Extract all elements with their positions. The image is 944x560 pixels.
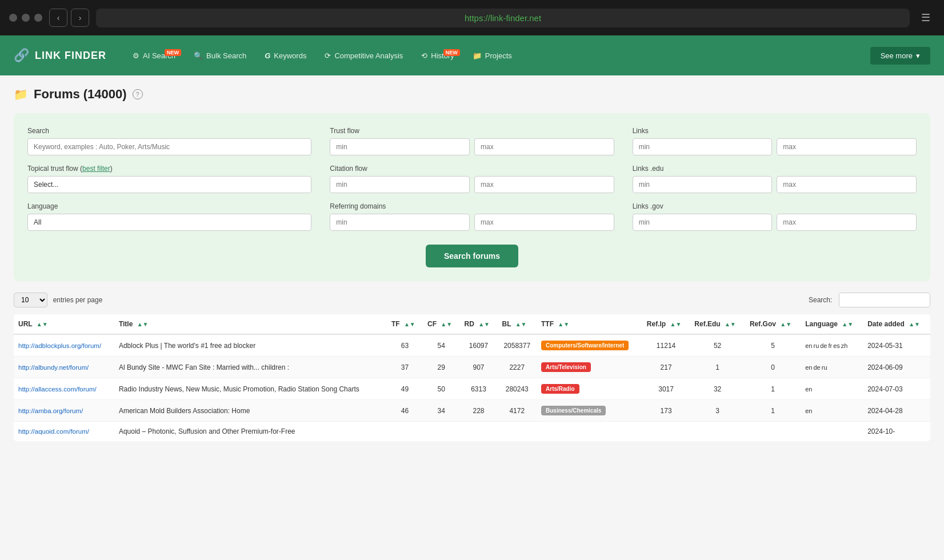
col-tf[interactable]: TF ▲▼ (387, 314, 423, 334)
cell-ttf: Arts/Radio (537, 378, 642, 400)
referring-domains-max[interactable] (474, 214, 614, 231)
cell-reflp (642, 422, 690, 442)
links-edu-max[interactable] (777, 176, 917, 193)
lang-item: en (805, 364, 812, 371)
links-gov-min[interactable] (633, 214, 773, 231)
col-rd[interactable]: RD ▲▼ (460, 314, 498, 334)
links-edu-min[interactable] (633, 176, 773, 193)
url-link[interactable]: http://aquoid.com/forum/ (18, 428, 89, 435)
cell-bl: 4172 (498, 400, 537, 422)
browser-url-bar[interactable] (96, 9, 910, 27)
cell-date: 2024-10- (863, 422, 930, 442)
cell-refedu: 52 (690, 334, 745, 357)
browser-dot-yellow (22, 14, 30, 22)
app-header: 🔗 LINK FINDER ⚙ AI Search new 🔍 Bulk Sea… (0, 35, 944, 75)
links-gov-label: Links .gov (633, 202, 917, 210)
table-search-input[interactable] (839, 293, 930, 307)
url-link[interactable]: http://adblockplus.org/forum/ (18, 342, 101, 349)
projects-icon: 📁 (473, 51, 482, 60)
url-link[interactable]: http://allaccess.com/forum/ (18, 386, 97, 393)
cell-url: http://amba.org/forum/ (14, 400, 114, 422)
language-input[interactable] (27, 214, 311, 231)
url-link[interactable]: http://amba.org/forum/ (18, 407, 83, 414)
links-field-group: Links (633, 127, 917, 155)
best-filter-link[interactable]: best filter (82, 165, 110, 173)
search-col-3: Links Links .edu Links .gov (633, 127, 917, 240)
links-gov-field-group: Links .gov (633, 202, 917, 231)
nav-keywords-label: Keywords (274, 51, 306, 60)
browser-dot-green (34, 14, 42, 22)
links-edu-row (633, 176, 917, 193)
col-refedu[interactable]: Ref.Edu ▲▼ (690, 314, 745, 334)
citation-flow-field-group: Citation flow (330, 165, 614, 193)
browser-dot-red (9, 14, 17, 22)
nav-ai-search[interactable]: ⚙ AI Search new (125, 47, 183, 65)
citation-flow-max[interactable] (474, 176, 614, 193)
cell-rd: 6313 (460, 378, 498, 400)
referring-domains-min[interactable] (330, 214, 470, 231)
lang-item: de (820, 342, 827, 349)
page-title-row: 📁 Forums (14000) ? (14, 87, 930, 102)
nav-keywords[interactable]: G Keywords (257, 47, 314, 65)
trust-flow-max[interactable] (474, 138, 614, 155)
cell-cf: 54 (423, 334, 460, 357)
logo-area: 🔗 LINK FINDER (14, 48, 106, 63)
browser-dots (9, 14, 42, 22)
cell-bl (498, 422, 537, 442)
help-icon[interactable]: ? (133, 89, 143, 99)
links-min[interactable] (633, 138, 773, 155)
col-language[interactable]: Language ▲▼ (801, 314, 863, 334)
cell-rd: 907 (460, 357, 498, 378)
trust-flow-label: Trust flow (330, 127, 614, 135)
cell-refgov: 5 (745, 334, 801, 357)
browser-forward-button[interactable]: › (71, 9, 89, 27)
nav-competitive-analysis[interactable]: ⟳ Competitive Analysis (317, 47, 411, 65)
col-reflp[interactable]: Ref.lp ▲▼ (642, 314, 690, 334)
browser-menu-button[interactable]: ☰ (917, 9, 935, 26)
ttf-badge: Computers/Software/Internet (541, 341, 629, 350)
url-sort-icon: ▲▼ (37, 321, 48, 327)
cell-date: 2024-05-31 (863, 334, 930, 357)
history-badge: new (443, 49, 460, 56)
col-cf[interactable]: CF ▲▼ (423, 314, 460, 334)
ai-search-badge: new (165, 49, 181, 56)
search-forums-button[interactable]: Search forums (426, 245, 518, 267)
col-ttf[interactable]: TTF ▲▼ (537, 314, 642, 334)
nav-bulk-search[interactable]: 🔍 Bulk Search (186, 47, 254, 65)
cell-cf (423, 422, 460, 442)
ttf-badge: Arts/Television (541, 362, 591, 372)
search-input[interactable] (27, 138, 311, 155)
links-max[interactable] (777, 138, 917, 155)
col-url[interactable]: URL ▲▼ (14, 314, 114, 334)
entries-per-page-select[interactable]: 10 25 50 100 (14, 293, 47, 307)
cf-sort-icon: ▲▼ (441, 321, 452, 327)
cell-date: 2024-04-28 (863, 400, 930, 422)
cell-rd: 228 (460, 400, 498, 422)
cell-url: http://allaccess.com/forum/ (14, 378, 114, 400)
url-link[interactable]: http://albundy.net/forum/ (18, 364, 89, 371)
links-label: Links (633, 127, 917, 135)
cell-language: en (801, 378, 863, 400)
cell-ttf: Business/Chemicals (537, 400, 642, 422)
nav-history[interactable]: ⟲ History new (413, 47, 462, 65)
table-search-control: Search: (809, 293, 930, 307)
cell-cf: 50 (423, 378, 460, 400)
cell-bl: 2058377 (498, 334, 537, 357)
citation-flow-min[interactable] (330, 176, 470, 193)
col-title[interactable]: Title ▲▼ (114, 314, 387, 334)
cell-rd (460, 422, 498, 442)
links-gov-max[interactable] (777, 214, 917, 231)
see-more-button[interactable]: See more ▾ (870, 47, 930, 65)
entries-control: 10 25 50 100 entries per page (14, 293, 102, 307)
cell-bl: 280243 (498, 378, 537, 400)
browser-back-button[interactable]: ‹ (49, 9, 67, 27)
col-refgov[interactable]: Ref.Gov ▲▼ (745, 314, 801, 334)
col-bl[interactable]: BL ▲▼ (498, 314, 537, 334)
nav-projects[interactable]: 📁 Projects (465, 47, 520, 65)
cell-refgov: 0 (745, 357, 801, 378)
cell-ttf (537, 422, 642, 442)
trust-flow-field-group: Trust flow (330, 127, 614, 155)
col-date-added[interactable]: Date added ▲▼ (863, 314, 930, 334)
trust-flow-min[interactable] (330, 138, 470, 155)
topical-select[interactable]: Select... (27, 176, 311, 193)
